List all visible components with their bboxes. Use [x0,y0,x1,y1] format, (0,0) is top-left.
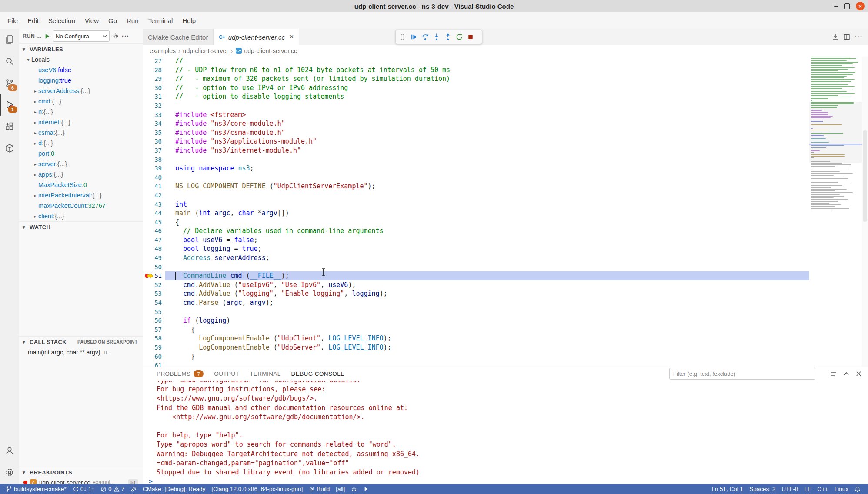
status-indentation[interactable]: Spaces: 2 [746,484,778,494]
line-number[interactable]: 29 [143,74,175,83]
call-stack-header[interactable]: ▾ CALL STACK PAUSED ON BREAKPOINT [19,336,143,347]
code-line-38[interactable]: 38 [143,155,809,164]
code-line-57[interactable]: 57 { [143,325,809,334]
variable-row[interactable]: MaxPacketSize: 0 [19,180,143,190]
line-number[interactable]: 61 [143,361,175,367]
line-number[interactable]: 55 [143,307,175,317]
line-number[interactable]: 33 [143,110,175,120]
line-number[interactable]: 31 [143,92,175,101]
line-number[interactable]: 58 [143,334,175,343]
activity-run-and-debug-icon[interactable]: 1 [0,94,19,116]
line-number[interactable]: 60 [143,352,175,361]
breakpoints-header[interactable]: ▾ BREAKPOINTS [19,467,143,477]
maximize-button[interactable] [844,3,850,9]
variable-row[interactable]: ▸n: {...} [19,107,143,117]
status-encoding[interactable]: UTF-8 [778,484,801,494]
line-number[interactable]: 39 [143,164,175,173]
code-line-33[interactable]: 33#include <fstream> [143,110,809,120]
code-line-50[interactable]: 50 [143,263,809,272]
breadcrumb-item[interactable]: examples [150,47,176,54]
debug-console-output[interactable]: Type "show configuration" for configurat… [143,381,868,484]
debug-config-dropdown[interactable]: No Configura [53,30,110,42]
status-cursor-position[interactable]: Ln 51, Col 1 [708,484,746,494]
variable-row[interactable]: ▸interPacketInterval: {...} [19,190,143,200]
account-icon[interactable] [0,440,19,461]
code-line-32[interactable]: 32 [143,101,809,110]
status-eol[interactable]: LF [801,484,814,494]
variable-row[interactable]: maxPacketCount: 32767 [19,200,143,211]
line-number[interactable]: 53 [143,289,175,298]
code-line-56[interactable]: 56 if (logging) [143,316,809,325]
code-line-29[interactable]: 29// - maximum of 320 packets sent (or l… [143,74,809,83]
line-number[interactable]: 54 [143,298,175,307]
start-debug-icon[interactable] [44,33,50,40]
code-line-45[interactable]: 45{ [143,218,809,227]
code-line-58[interactable]: 58 LogComponentEnable ("UdpClient", LOG_… [143,334,809,343]
code-line-35[interactable]: 35#include "ns3/csma-module.h" [143,128,809,137]
status-language-mode[interactable]: C++ [814,484,831,494]
menu-edit[interactable]: Edit [23,15,43,26]
variables-header[interactable]: ▾ VARIABLES [19,43,143,54]
line-number[interactable]: 57 [143,325,175,334]
close-button[interactable]: × [856,2,865,10]
status-problems[interactable]: 07 [97,484,127,494]
code-line-36[interactable]: 36#include "ns3/applications-module.h" [143,137,809,146]
settings-icon[interactable] [0,461,19,483]
code-line-61[interactable]: 61 [143,361,809,367]
line-number[interactable]: 48 [143,244,175,254]
code-line-31[interactable]: 31// - option to disable logging stateme… [143,92,809,101]
step-out-button[interactable] [442,31,454,43]
split-editor-icon[interactable] [843,33,850,40]
line-number[interactable]: 27 [143,57,175,66]
tab-udp-client-server[interactable]: C+ udp-client-server.cc × [214,29,299,45]
close-panel-icon[interactable] [855,370,862,377]
variable-row[interactable]: logging: true [19,75,143,86]
menu-selection[interactable]: Selection [43,15,80,26]
menu-file[interactable]: File [3,15,23,26]
code-line-55[interactable]: 55 [143,307,809,317]
status-cmake-build[interactable]: Build [306,484,333,494]
breakpoint-row[interactable]: ✓ udp-client-server.cc exampl... 51 [19,477,143,484]
tab-cmake-cache-editor[interactable]: CMake Cache Editor [143,29,214,45]
line-number[interactable]: 28 [143,66,175,75]
code-line-51[interactable]: 51 CommandLine cmd (__FILE__); [143,271,809,280]
line-number[interactable]: 44 [143,209,175,218]
more-actions-icon[interactable]: ··· [122,33,130,40]
step-over-button[interactable] [420,31,431,43]
line-number[interactable]: 34 [143,119,175,128]
activity-source-control-icon[interactable]: 6 [0,72,19,94]
restart-button[interactable] [454,31,465,43]
code-line-59[interactable]: 59 LogComponentEnable ("UdpServer", LOG_… [143,343,809,352]
breadcrumb-item[interactable]: udp-client-server [183,47,228,54]
editor-scrollbar[interactable] [862,57,868,367]
line-number[interactable]: 30 [143,83,175,93]
line-number[interactable]: 49 [143,254,175,263]
stop-button[interactable] [465,31,476,43]
variable-row[interactable]: useV6: false [19,65,143,75]
maximize-panel-icon[interactable] [843,370,850,377]
breadcrumb-item[interactable]: udp-client-server.cc [244,47,297,54]
minimap[interactable] [809,57,862,367]
code-line-49[interactable]: 49 Address serverAddress; [143,254,809,263]
console-input-prompt[interactable]: > [143,477,868,484]
line-number[interactable]: 50 [143,263,175,272]
close-tab-icon[interactable]: × [290,33,294,41]
line-number[interactable]: 43 [143,200,175,209]
panel-tab-terminal[interactable]: TERMINAL [250,367,280,381]
gear-icon[interactable] [112,33,119,40]
line-number[interactable]: 47 [143,236,175,245]
line-number[interactable]: 41 [143,182,175,191]
code-line-39[interactable]: 39using namespace ns3; [143,164,809,173]
line-number[interactable]: 32 [143,101,175,110]
line-number[interactable]: 40 [143,173,175,182]
status-os[interactable]: Linux [831,484,851,494]
code-line-27[interactable]: 27// [143,57,809,66]
activity-search-icon[interactable] [0,50,19,72]
list-icon[interactable] [830,370,837,377]
line-number[interactable]: 45 [143,218,175,227]
activity-package-icon[interactable] [0,137,19,159]
minimize-button[interactable]: – [834,3,838,10]
code-line-28[interactable]: 28// - UDP flow from n0 to n1 of 1024 by… [143,66,809,75]
code-line-40[interactable]: 40 [143,173,809,182]
status-git-branch[interactable]: buildsystem-cmake* [3,484,70,494]
